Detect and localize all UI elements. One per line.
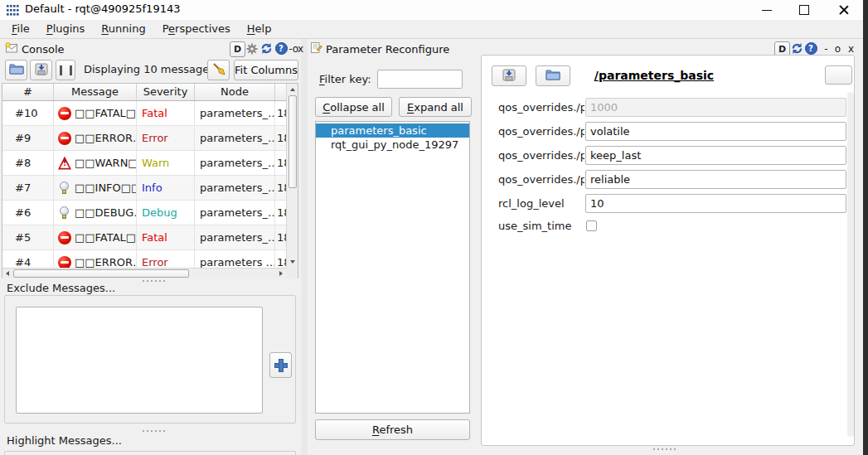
editor-scrollbar[interactable] [847, 92, 854, 437]
cell-node: parameters_… [195, 151, 275, 175]
scroll-down-icon[interactable] [287, 256, 298, 267]
param-value-input[interactable] [585, 122, 846, 141]
scroll-left-icon[interactable] [2, 269, 12, 278]
vertical-scrollbar[interactable] [286, 84, 298, 268]
table-header: # Message Severity Node [2, 84, 298, 101]
add-exclude-filter-button[interactable] [269, 352, 292, 378]
param-value-input[interactable] [585, 170, 846, 189]
param-label: qos_overrides./pa [498, 122, 584, 141]
cell-message: □□ERROR… [54, 126, 137, 150]
cell-num: #8 [2, 151, 54, 175]
table-row[interactable]: #9 □□ERROR… Error parameters_… 18 [2, 126, 287, 151]
menu-running[interactable]: Running [93, 20, 153, 39]
rqt-window: Default - rqt@490925f19143 File Plugins … [0, 0, 868, 455]
cell-num: #5 [2, 225, 54, 249]
header-num[interactable]: # [2, 84, 54, 101]
save-params-button[interactable] [492, 65, 526, 86]
cell-node: parameters_… [195, 225, 275, 249]
maximize-button[interactable] [788, 0, 821, 20]
bulb-icon [58, 182, 71, 195]
expand-all-button[interactable]: Expand all [399, 97, 472, 117]
cell-num: #4 [2, 250, 54, 268]
load-params-button[interactable] [536, 65, 570, 86]
load-messages-button[interactable] [5, 60, 27, 80]
close-button[interactable] [827, 0, 861, 20]
save-icon [502, 69, 516, 84]
close-node-button[interactable] [825, 65, 852, 85]
menu-file[interactable]: File [3, 20, 38, 39]
tree-item-rqt-gui-py-node[interactable]: rqt_gui_py_node_19297 [316, 138, 469, 152]
table-row[interactable]: #5 □□FATAL□… Fatal parameters_… 18 [2, 225, 287, 250]
cell-time: 18 [275, 225, 287, 249]
param-dock-close-button[interactable]: x [846, 41, 856, 56]
scroll-right-icon[interactable] [276, 269, 286, 278]
menu-perspectives[interactable]: Perspectives [154, 20, 239, 39]
horizontal-scroll-thumb[interactable] [13, 269, 189, 278]
minimize-icon [762, 10, 772, 11]
menu-help[interactable]: Help [239, 20, 280, 39]
pause-button[interactable] [56, 60, 75, 80]
close-icon [839, 5, 849, 15]
param-label: qos_overrides./pa [498, 170, 584, 189]
filter-key-label: Filter key: [319, 73, 371, 85]
cell-time: 18 [275, 126, 287, 150]
param-dock-maximize-button[interactable]: o [833, 41, 842, 56]
splitter-handle[interactable] [653, 448, 676, 450]
refresh-icon[interactable] [790, 41, 804, 56]
bulb-icon [58, 206, 71, 220]
menu-plugins[interactable]: Plugins [38, 20, 94, 39]
table-row[interactable]: #10 □□FATAL□… Fatal parameters_… 18 [2, 101, 287, 126]
fit-columns-button[interactable]: Fit Columns [234, 60, 298, 80]
rqt-app-icon [7, 4, 19, 17]
table-row[interactable]: #4 □□ERROR… Error parameters … 18 [2, 250, 287, 268]
param-value-input[interactable] [585, 146, 846, 165]
clear-messages-button[interactable] [207, 60, 230, 80]
cell-severity: Debug [137, 201, 195, 225]
cell-time: 18 [275, 176, 287, 200]
node-title: /parameters_basic [571, 69, 737, 82]
exclude-filters-list[interactable] [16, 307, 263, 414]
cell-time: 18 [275, 151, 287, 175]
screen-edge [863, 0, 868, 455]
broom-icon [212, 62, 225, 78]
param-label: qos_overrides./pa [498, 146, 584, 165]
window-title: Default - rqt@490925f19143 [25, 2, 180, 15]
maximize-icon [799, 5, 809, 15]
param-label: rcl_log_level [498, 194, 584, 213]
use-sim-time-checkbox[interactable] [586, 220, 597, 231]
filter-key-input[interactable] [377, 70, 463, 89]
table-row[interactable]: #7 □□INFO□□… Info parameters_… 18 [2, 176, 287, 201]
help-icon[interactable] [804, 41, 817, 56]
header-node[interactable]: Node [195, 84, 275, 101]
highlight-messages-label: Highlight Messages... [7, 434, 122, 447]
vertical-scroll-thumb[interactable] [289, 95, 297, 188]
splitter-handle[interactable] [143, 430, 166, 432]
refresh-icon[interactable] [259, 41, 274, 56]
param-value-input[interactable] [585, 194, 846, 213]
minimize-button[interactable] [750, 0, 783, 20]
table-row[interactable]: #6 □□DEBUG… Debug parameters_… 18 [2, 201, 287, 225]
param-dock-minimize-button[interactable]: - [822, 41, 831, 56]
console-dock-title: Console [5, 41, 65, 56]
scroll-up-icon[interactable] [287, 84, 298, 94]
cell-time: 18 [275, 250, 287, 268]
table-row[interactable]: #8 □□WARN□… Warn parameters_… 18 [2, 151, 287, 176]
table-rows: #10 □□FATAL□… Fatal parameters_… 18 #9 □… [2, 101, 287, 268]
refresh-button[interactable]: Refresh [315, 419, 470, 440]
cell-node: parameters_… [195, 201, 275, 225]
save-messages-button[interactable] [30, 60, 52, 80]
header-severity[interactable]: Severity [137, 84, 195, 101]
console-detach-button[interactable]: D [230, 41, 245, 57]
warning-icon [58, 157, 71, 170]
splitter-handle[interactable] [143, 280, 166, 282]
header-message[interactable]: Message [54, 84, 137, 101]
param-label: qos_overrides./pa [498, 98, 584, 117]
settings-icon[interactable] [245, 41, 259, 56]
horizontal-scrollbar[interactable] [2, 268, 287, 278]
cell-severity: Fatal [137, 225, 195, 249]
collapse-all-button[interactable]: Collapse all [315, 97, 392, 117]
cell-message: □□FATAL□… [54, 101, 137, 125]
tree-item-parameters-basic[interactable]: parameters_basic [316, 123, 469, 138]
console-dock-close-button[interactable]: x [296, 41, 305, 56]
cell-num: #10 [2, 101, 54, 125]
